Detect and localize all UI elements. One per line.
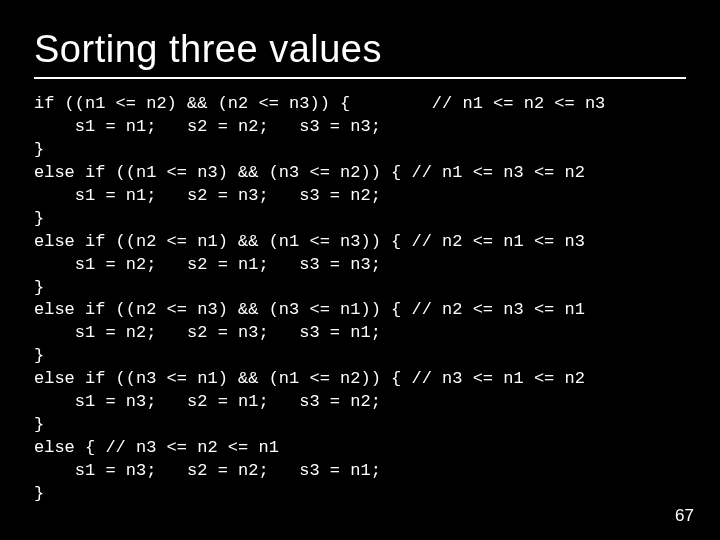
page-number: 67 [675,506,694,526]
slide: Sorting three values if ((n1 <= n2) && (… [0,0,720,540]
slide-title: Sorting three values [34,28,686,71]
code-block: if ((n1 <= n2) && (n2 <= n3)) { // n1 <=… [34,93,686,506]
title-underline [34,77,686,79]
